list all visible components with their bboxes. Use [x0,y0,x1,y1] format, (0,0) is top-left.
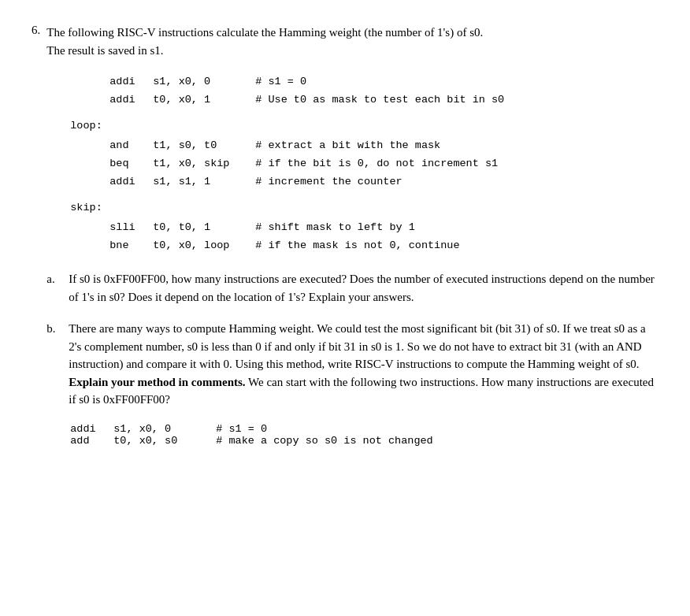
code-label-empty-7 [70,237,109,255]
question-number: 6. [32,24,40,447]
intro-line2: The result is saved in s1. [46,44,163,57]
code-comment-b-add: # make a copy so s0 is not changed [216,435,432,447]
loop-label-text: loop: [70,117,109,135]
code-label-empty-4 [70,155,109,173]
question-container: 6. The following RISC-V instructions cal… [32,24,658,447]
code-args-b-addi: s1, x0, 0 [113,423,216,435]
sub-b-bold: Explain your method in comments. [69,376,245,388]
code-instr-b-addi: addi [70,423,113,435]
intro-line1: The following RISC-V instructions calcul… [46,26,483,39]
code-line-beq: beq t1, x0, skip # if the bit is 0, do n… [70,155,658,173]
code-args-and: t1, s0, t0 [153,137,255,155]
code-block-loop: loop: and t1, s0, t0 # extract a bit wit… [70,117,658,191]
code-instr-and: and [109,137,153,155]
code-line-addi-s1-1: addi s1, s1, 1 # increment the counter [70,173,658,191]
code-comment-b-addi: # s1 = 0 [216,423,267,435]
sub-b-text: There are many ways to compute Hamming w… [69,320,658,409]
code-args-t0-x0-1: t0, x0, 1 [153,91,255,109]
code-args-bne: t0, x0, loop [153,237,255,255]
sub-questions: a. If s0 is 0xFF00FF00, how many instruc… [46,270,658,447]
sub-a-letter: a. [46,270,62,306]
code-line-b-add: add t0, x0, s0 # make a copy so s0 is no… [70,435,658,447]
code-args-s1-s1-1: s1, s1, 1 [153,173,255,191]
question-intro: The following RISC-V instructions calcul… [46,24,658,59]
code-args-slli: t0, t0, 1 [153,219,255,237]
code-comment-s1-0: # s1 = 0 [255,73,306,91]
sub-b-text-1: There are many ways to compute Hamming w… [69,322,646,370]
code-comment-t0-mask: # Use t0 as mask to test each bit in s0 [255,91,504,109]
code-line-addi-s1: addi s1, x0, 0 # s1 = 0 [70,73,658,91]
sub-a-text: If s0 is 0xFF00FF00, how many instructio… [69,270,658,306]
code-args-b-add: t0, x0, s0 [113,435,216,447]
code-instr-addi-1: addi [109,73,153,91]
code-instr-b-add: add [70,435,113,447]
code-line-slli: slli t0, t0, 1 # shift mask to left by 1 [70,219,658,237]
code-instr-beq: beq [109,155,153,173]
code-args-s1-x0-0: s1, x0, 0 [153,73,255,91]
loop-label-line: loop: [70,117,658,135]
code-comment-beq: # if the bit is 0, do not increment s1 [255,155,498,173]
code-comment-slli: # shift mask to left by 1 [255,219,415,237]
code-label-empty-3 [70,137,109,155]
code-block-b: addi s1, x0, 0 # s1 = 0 add t0, x0, s0 #… [70,423,658,447]
code-instr-slli: slli [109,219,153,237]
code-args-beq: t1, x0, skip [153,155,255,173]
sub-question-a: a. If s0 is 0xFF00FF00, how many instruc… [46,270,658,306]
sub-question-b: b. There are many ways to compute Hammin… [46,320,658,409]
code-label-empty-2 [70,91,109,109]
code-line-and: and t1, s0, t0 # extract a bit with the … [70,137,658,155]
code-line-addi-t0: addi t0, x0, 1 # Use t0 as mask to test … [70,91,658,109]
code-block-initial: addi s1, x0, 0 # s1 = 0 addi t0, x0, 1 #… [70,73,658,109]
code-label-empty-1 [70,73,109,91]
code-label-empty-6 [70,219,109,237]
code-label-empty-5 [70,173,109,191]
sub-b-letter: b. [46,320,62,409]
skip-label-text: skip: [70,199,109,217]
skip-label-line: skip: [70,199,658,217]
code-line-b-addi: addi s1, x0, 0 # s1 = 0 [70,423,658,435]
code-comment-bne: # if the mask is not 0, continue [255,237,459,255]
code-comment-and: # extract a bit with the mask [255,137,440,155]
code-block-skip: skip: slli t0, t0, 1 # shift mask to lef… [70,199,658,255]
code-instr-bne: bne [109,237,153,255]
code-comment-addi-s1: # increment the counter [255,173,402,191]
question-body: The following RISC-V instructions calcul… [46,24,658,447]
code-line-bne: bne t0, x0, loop # if the mask is not 0,… [70,237,658,255]
code-instr-addi-2: addi [109,91,153,109]
code-instr-addi-3: addi [109,173,153,191]
